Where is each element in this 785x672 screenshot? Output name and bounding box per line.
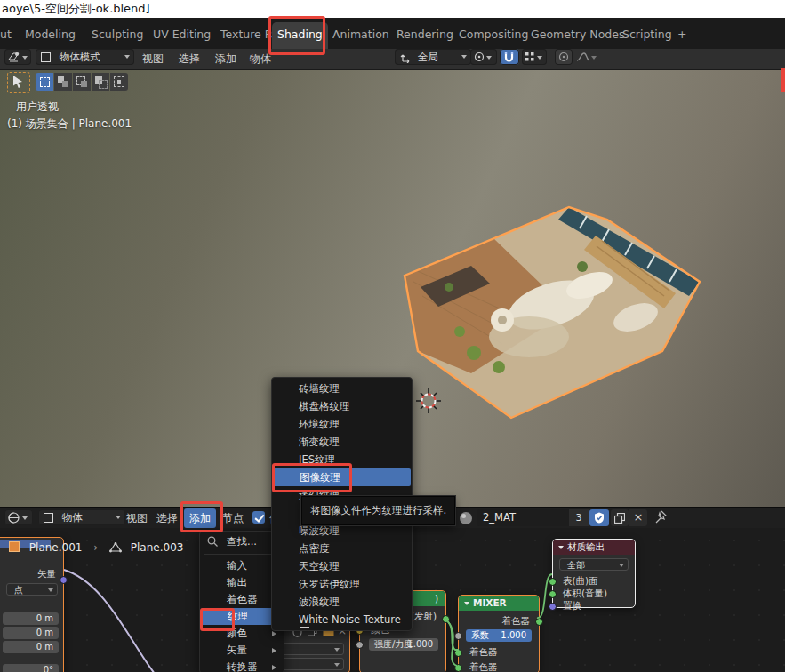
breadcrumb: Plane.001 › Plane.003 (9, 541, 183, 554)
select-mode-invert-button[interactable] (92, 73, 109, 91)
use-nodes-checkbox[interactable] (252, 511, 265, 524)
shader-view-menu[interactable]: 视图 (123, 508, 151, 528)
breadcrumb-mesh[interactable]: Plane.003 (131, 541, 184, 554)
mapping-type-dropdown[interactable]: 点 (6, 583, 58, 596)
submenu-item-ies[interactable]: IES纹理 (272, 451, 412, 468)
cursor-3d (416, 388, 441, 413)
shader-node-menu[interactable]: 节点 (219, 508, 247, 528)
submenu-item-gradient[interactable]: 渐变纹理 (272, 433, 412, 451)
mixer-output-socket[interactable] (535, 618, 543, 626)
select-mode-new-button[interactable] (36, 73, 53, 91)
mixer-input2-socket[interactable] (454, 664, 462, 672)
tab-modeling[interactable]: Modeling (20, 23, 81, 46)
select-mode-extend-button[interactable] (54, 73, 72, 91)
object-menu[interactable]: 物体 (245, 49, 276, 68)
tool-settings-row (0, 69, 785, 94)
add-menu[interactable]: 添加 (211, 49, 241, 68)
snap-toggle[interactable] (500, 49, 519, 65)
viewport-editor-icon (8, 52, 20, 62)
emission-strength-field[interactable]: 强度/力度1.000 (369, 638, 438, 651)
submenu-item-image-texture[interactable]: 图像纹理 (273, 468, 411, 486)
mixer-node-header[interactable]: MIXER (459, 596, 539, 611)
material-users-count[interactable]: 3 (569, 509, 589, 526)
submenu-item-white-noise[interactable]: White Noise Texture (272, 611, 412, 628)
mapping-rot-field[interactable]: 0° (3, 664, 59, 672)
select-mode-subtract-button[interactable] (73, 73, 91, 91)
shader-add-menu[interactable]: 添加 (184, 508, 216, 528)
vector-output-socket[interactable] (60, 576, 68, 584)
displacement-socket[interactable] (549, 603, 557, 611)
submenu-item-environment[interactable]: 环境纹理 (272, 415, 412, 433)
material-name-field[interactable]: 2_MAT (477, 509, 569, 526)
volume-socket[interactable] (549, 590, 557, 598)
shield-icon (594, 512, 605, 524)
tab-compositing[interactable]: Compositing (453, 23, 533, 46)
surface-socket[interactable] (549, 578, 557, 586)
menu-item-converter[interactable]: 转换器 (200, 659, 284, 672)
tab-overflow[interactable]: ut (0, 23, 17, 46)
vector-output-label: 矢量 (37, 568, 56, 580)
tab-geometry-nodes[interactable]: Geometry Nodes (525, 23, 629, 46)
tab-uv-editing[interactable]: UV Editing (148, 23, 216, 46)
emission-strength-socket[interactable] (356, 641, 364, 649)
select-mode-intersect-button[interactable] (110, 73, 128, 91)
unlink-material-button[interactable]: × (629, 509, 647, 526)
snap-settings-dropdown[interactable] (522, 49, 547, 65)
object-context-icon (44, 513, 53, 523)
proportional-edit-toggle[interactable] (555, 49, 573, 65)
view-perspective-label: 用户透视 (16, 100, 59, 115)
tooltip-text: 将图像文件作为纹理进行采样. (310, 504, 446, 516)
mixer-fac-socket[interactable] (454, 632, 462, 640)
mode-dropdown[interactable]: 物体模式 (36, 49, 134, 65)
shader-select-menu[interactable]: 选择 (153, 508, 181, 528)
pivot-dropdown[interactable] (470, 49, 497, 65)
image-projection-dropdown[interactable] (278, 658, 344, 670)
editor-type-dropdown[interactable] (4, 49, 31, 65)
menu-item-vector[interactable]: 矢量 (200, 642, 284, 659)
tab-shading[interactable]: Shading (272, 22, 328, 49)
mapping-y-field[interactable]: 0 m (3, 627, 59, 639)
emission-output-socket[interactable] (442, 615, 450, 623)
mapping-z-field[interactable]: 0 m (3, 641, 59, 653)
material-output-node[interactable]: 材质输出 全部 表(曲)面 体积(音量) 置换 (552, 539, 636, 608)
falloff-dropdown[interactable] (574, 49, 601, 65)
tab-rendering[interactable]: Rendering (391, 23, 459, 46)
mapping-x-field[interactable]: 0 m (3, 612, 59, 625)
image-interpolation-dropdown[interactable] (278, 643, 344, 655)
object-mode-icon (41, 52, 51, 62)
material-output-header[interactable]: 材质输出 (553, 540, 635, 555)
submenu-item-wave[interactable]: 波浪纹理 (272, 593, 412, 611)
blender-window: aoye\5-空间分割-ok.blend] ut Modeling Sculpt… (0, 0, 785, 672)
active-tool-select-button[interactable] (7, 72, 30, 93)
mixer-input1-socket[interactable] (454, 649, 462, 657)
select-menu[interactable]: 选择 (174, 49, 204, 68)
menu-separator (204, 554, 280, 555)
submenu-item-voronoi[interactable]: 沃罗诺伊纹理 (272, 575, 412, 593)
magnet-icon (503, 52, 515, 63)
search-icon (207, 536, 218, 547)
new-material-button[interactable] (611, 509, 629, 526)
submenu-item-checker[interactable]: 棋盘格纹理 (272, 397, 412, 415)
shader-editor-type-dropdown[interactable] (4, 509, 33, 525)
shader-context-dropdown[interactable]: 物体 (38, 509, 125, 525)
mixer-output-label: 着色器 (502, 615, 531, 628)
annotation-edge-fragment (781, 68, 785, 92)
output-target-dropdown[interactable]: 全部 (559, 558, 629, 571)
tab-sculpting[interactable]: Sculpting (86, 23, 148, 46)
mixer-node[interactable]: MIXER 着色器 系数1.000 着色器 着色器 (458, 595, 540, 672)
submenu-item-sky[interactable]: 天空纹理 (272, 557, 412, 575)
mixer-fac-slider[interactable]: 系数1.000 (466, 629, 532, 642)
mapping-node[interactable]: 矢量 点 0 m 0 m 0 m 0° (0, 537, 64, 672)
pin-icon[interactable] (654, 510, 668, 524)
submenu-item-point-density[interactable]: 点密度 (272, 540, 412, 557)
volume-label: 体积(音量) (563, 588, 607, 600)
tab-scripting[interactable]: Scripting (617, 23, 677, 46)
cursor-icon (11, 75, 25, 89)
submenu-item-brick[interactable]: 砖墙纹理 (272, 380, 412, 397)
orientation-dropdown[interactable]: 全局 (395, 49, 471, 65)
fake-user-toggle[interactable] (589, 509, 609, 526)
add-workspace-button[interactable]: + (672, 23, 692, 46)
view-menu[interactable]: 视图 (138, 49, 168, 68)
breadcrumb-object[interactable]: Plane.001 (29, 541, 83, 554)
tab-animation[interactable]: Animation (327, 23, 395, 46)
